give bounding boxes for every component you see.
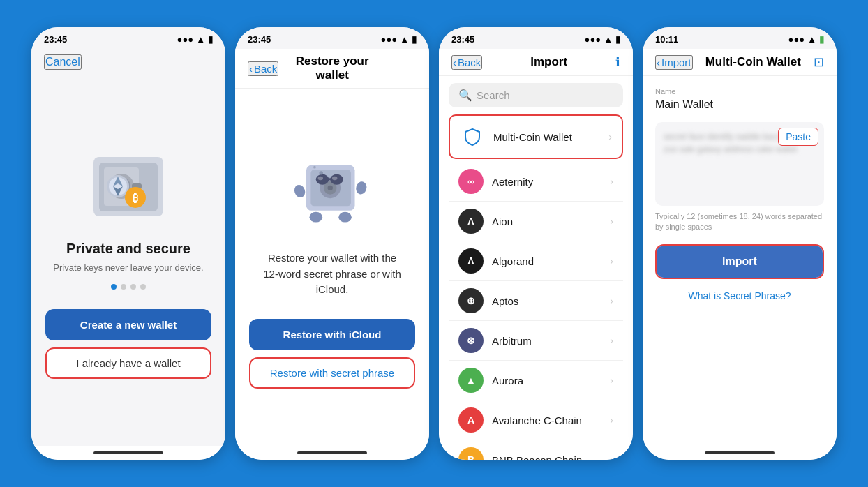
aurora-icon: ▲ [458, 368, 484, 393]
phone2-nav-title: Restore your wallet [283, 54, 382, 82]
home-indicator-1 [93, 451, 163, 454]
svg-text:₿: ₿ [133, 192, 138, 204]
status-bar-3: 23:45 ●●● ▲ ▮ [439, 27, 633, 49]
arbitrum-icon: ⊛ [458, 328, 484, 353]
signal-icon: ●●● [177, 34, 194, 45]
what-is-secret-phrase-link[interactable]: What is Secret Phrase? [655, 285, 824, 307]
back-label-2: Back [254, 63, 277, 75]
battery-icon-4: ▮ [819, 34, 824, 45]
wifi-icon: ▲ [196, 34, 205, 45]
status-bar-4: 10:11 ●●● ▲ ▮ [643, 27, 837, 49]
time-4: 10:11 [655, 34, 678, 45]
phone-1: 23:45 ●●● ▲ ▮ Cancel [31, 27, 225, 460]
phone1-content: Cancel [31, 49, 225, 460]
chevron-right-icon: › [608, 131, 612, 142]
import-button[interactable]: Import [657, 246, 823, 278]
battery-icon: ▮ [208, 34, 213, 45]
phone3-content: ‹ Back Import ℹ 🔍 Search Multi-Coin Wall… [439, 49, 633, 460]
hint-text: Typically 12 (sometimes 18, 24) words se… [655, 211, 824, 233]
back-button-3[interactable]: ‹ Back [451, 55, 482, 70]
cancel-button[interactable]: Cancel [44, 54, 82, 70]
back-button-2[interactable]: ‹ Back [248, 61, 278, 76]
wifi-icon-2: ▲ [400, 34, 409, 45]
status-icons-4: ●●● ▲ ▮ [788, 34, 824, 45]
list-item[interactable]: ∞ Aeternity › [449, 162, 623, 202]
phone4-nav-title: Multi-Coin Wallet [693, 55, 814, 69]
signal-icon-4: ●●● [788, 34, 805, 45]
phone2-navbar: ‹ Back Restore your wallet [235, 49, 429, 89]
list-item[interactable]: ⊕ Aptos › [449, 281, 623, 321]
phone1-title: Private and secure [66, 241, 190, 257]
list-item[interactable]: Λ Algorand › [449, 241, 623, 281]
name-field-label: Name [655, 87, 824, 96]
svg-point-25 [318, 177, 323, 181]
chevron-left-icon-4: ‹ [657, 57, 660, 68]
list-item[interactable]: ▲ Aurora › [449, 361, 623, 400]
aptos-name: Aptos [492, 295, 601, 307]
import-section: Import [655, 244, 824, 279]
battery-icon-2: ▮ [412, 34, 417, 45]
svg-point-17 [328, 186, 333, 190]
dot-3 [130, 284, 136, 290]
restore-secret-button[interactable]: Restore with secret phrase [249, 357, 415, 389]
list-item[interactable]: Λ Aion › [449, 202, 623, 241]
battery-icon-3: ▮ [615, 34, 620, 45]
back-label-3: Back [458, 57, 481, 68]
aion-icon: Λ [458, 209, 484, 234]
status-icons-3: ●●● ▲ ▮ [585, 34, 620, 45]
phone-2: 23:45 ●●● ▲ ▮ ‹ Back Restore your wallet [235, 27, 429, 460]
list-item[interactable]: ⊛ Arbitrum › [449, 321, 623, 361]
chevron-left-icon-3: ‹ [453, 57, 456, 68]
import-back-button[interactable]: ‹ Import [655, 55, 693, 70]
svg-point-18 [310, 212, 323, 223]
paste-button[interactable]: Paste [778, 128, 818, 146]
bnb-name: BNB Beacon Chain [492, 454, 601, 460]
progress-dots [111, 284, 146, 290]
phone3-navbar: ‹ Back Import ℹ [439, 49, 633, 76]
search-bar[interactable]: 🔍 Search [449, 83, 623, 107]
phone-3: 23:45 ●●● ▲ ▮ ‹ Back Import ℹ 🔍 Search [439, 27, 633, 460]
aeternity-icon: ∞ [458, 169, 484, 194]
bnb-icon: B [458, 447, 484, 460]
svg-point-19 [338, 212, 352, 223]
time-1: 23:45 [44, 34, 67, 45]
restore-icloud-button[interactable]: Restore with iCloud [249, 319, 415, 350]
svg-point-27 [319, 171, 323, 175]
coin-list: ∞ Aeternity › Λ Aion › Λ Algorand › ⊕ Ap… [439, 162, 633, 460]
signal-icon-2: ●●● [381, 34, 398, 45]
phone1-navbar: Cancel [31, 49, 225, 75]
phone-4: 10:11 ●●● ▲ ▮ ‹ Import Multi-Coin Wallet… [643, 27, 837, 460]
create-wallet-button[interactable]: Create a new wallet [45, 309, 211, 340]
aion-name: Aion [492, 216, 601, 227]
svg-point-28 [313, 166, 316, 169]
import-back-label: Import [661, 57, 691, 68]
phone3-nav-title: Import [482, 55, 615, 69]
status-bar-1: 23:45 ●●● ▲ ▮ [31, 27, 225, 49]
dot-4 [140, 284, 146, 290]
wifi-icon-4: ▲ [807, 34, 816, 45]
already-have-wallet-button[interactable]: I already have a wallet [45, 347, 211, 379]
aurora-name: Aurora [492, 375, 601, 387]
list-item[interactable]: B BNB Beacon Chain › [449, 440, 623, 460]
svg-point-23 [330, 174, 343, 185]
secret-phrase-area[interactable]: secret face identify saddle bacon mean z… [655, 122, 824, 206]
svg-point-22 [316, 174, 329, 185]
list-item[interactable]: A Avalanche C-Chain › [449, 400, 623, 440]
scan-icon[interactable]: ⊡ [814, 54, 824, 70]
chevron-icon: › [610, 255, 613, 267]
phone1-main: ₿ Private and secure Private keys never … [31, 75, 225, 446]
vault-illustration: ₿ [80, 143, 177, 227]
chevron-icon: › [610, 375, 613, 386]
info-icon[interactable]: ℹ [615, 54, 620, 70]
status-icons-1: ●●● ▲ ▮ [177, 34, 213, 45]
phone2-description: Restore your wallet with the12-word secr… [263, 250, 401, 298]
svg-point-20 [292, 183, 306, 200]
search-placeholder: Search [477, 89, 510, 101]
phone4-content-area: Name Main Wallet secret face identify sa… [643, 76, 837, 446]
shield-icon [460, 124, 485, 149]
phone2-main: Restore your wallet with the12-word secr… [235, 89, 429, 446]
wallet-name-value: Main Wallet [655, 98, 824, 111]
home-indicator-4 [705, 451, 775, 454]
phone2-content: ‹ Back Restore your wallet [235, 49, 429, 460]
multi-coin-wallet-item[interactable]: Multi-Coin Wallet › [449, 114, 623, 159]
